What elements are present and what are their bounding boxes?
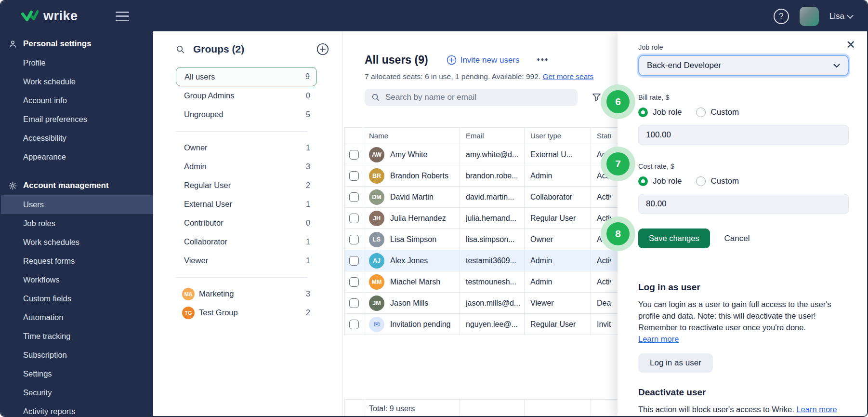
cost-rate-job-role-radio[interactable]: Job role <box>638 176 682 186</box>
group-item-viewer[interactable]: Viewer 1 <box>176 251 317 270</box>
group-item-admin[interactable]: Admin 3 <box>176 157 317 176</box>
bill-rate-label: Bill rate, $ <box>638 94 850 101</box>
radio-unselected <box>696 176 706 186</box>
topbar: wrike ? Lisa <box>1 1 867 31</box>
menu-icon[interactable] <box>116 12 129 21</box>
groups-title: Groups (2) <box>193 43 244 55</box>
group-item-external-user[interactable]: External User 1 <box>176 195 317 214</box>
job-role-select[interactable]: Back-end Developer <box>638 55 849 76</box>
column-header-email[interactable]: Email <box>460 128 525 144</box>
user-type: Collaborator <box>525 187 591 207</box>
sidebar-item-workflows[interactable]: Workflows <box>1 270 153 289</box>
group-item-collaborator[interactable]: Collaborator 1 <box>176 232 317 251</box>
search-input[interactable]: Search by name or email <box>365 89 578 106</box>
save-changes-button[interactable]: Save changes <box>638 229 710 248</box>
deactivate-user-title: Deactivate user <box>638 387 850 398</box>
row-checkbox[interactable] <box>349 171 359 181</box>
user-email: jason.mills@d... <box>460 293 525 313</box>
group-item-owner[interactable]: Owner 1 <box>176 138 317 157</box>
page-title: All users (9) <box>365 54 428 67</box>
bill-rate-job-role-radio[interactable]: Job role <box>638 108 682 117</box>
sidebar-item-activity-reports[interactable]: Activity reports <box>1 402 153 417</box>
row-checkbox[interactable] <box>349 235 359 244</box>
sidebar-item-work-schedules[interactable]: Work schedules <box>1 233 153 252</box>
row-checkbox[interactable] <box>349 150 359 160</box>
get-more-seats-link[interactable]: Get more seats <box>542 72 593 81</box>
sidebar: Personal settings Profile Work schedule … <box>1 31 153 417</box>
sidebar-item-subscription[interactable]: Subscription <box>1 346 153 364</box>
close-icon[interactable]: ✕ <box>846 39 855 51</box>
column-header-name[interactable]: Name <box>363 128 460 144</box>
user-avatar[interactable] <box>800 7 819 26</box>
avatar: LS <box>369 232 384 247</box>
add-group-icon[interactable] <box>316 43 329 55</box>
radio-selected <box>638 176 648 186</box>
user-type: External U... <box>525 144 591 165</box>
login-as-user-description: You can login as a user to gain full acc… <box>638 298 854 345</box>
group-item-test-group[interactable]: TG Test Group 2 <box>176 303 317 322</box>
sidebar-item-job-roles[interactable]: Job roles <box>1 214 153 233</box>
avatar: JM <box>369 296 384 311</box>
avatar: MM <box>369 274 384 290</box>
wrike-logo[interactable]: wrike <box>21 9 78 24</box>
row-checkbox[interactable] <box>349 214 359 223</box>
invite-new-users-button[interactable]: Invite new users <box>447 55 520 65</box>
bill-rate-custom-radio[interactable]: Custom <box>696 108 739 117</box>
sidebar-item-profile[interactable]: Profile <box>1 54 153 72</box>
search-icon[interactable] <box>176 45 185 54</box>
row-checkbox[interactable] <box>349 320 359 329</box>
group-item-marketing[interactable]: MA Marketing 3 <box>176 284 317 303</box>
row-checkbox[interactable] <box>349 256 359 266</box>
user-type: Regular User <box>525 208 591 229</box>
row-checkbox[interactable] <box>349 192 359 202</box>
group-item-regular-user[interactable]: Regular User 2 <box>176 176 317 195</box>
column-header-user-type[interactable]: User type <box>525 128 591 144</box>
sidebar-item-account-info[interactable]: Account info <box>1 91 153 110</box>
row-checkbox[interactable] <box>349 298 359 308</box>
sidebar-item-security[interactable]: Security <box>1 383 153 402</box>
login-as-user-button[interactable]: Log in as user <box>638 353 713 373</box>
divider <box>176 277 308 278</box>
user-email: julia.hernand... <box>460 208 525 229</box>
group-avatar: MA <box>182 288 195 300</box>
sidebar-item-request-forms[interactable]: Request forms <box>1 252 153 270</box>
filter-icon <box>592 93 601 102</box>
job-role-label: Job role <box>638 43 850 51</box>
avatar: DM <box>369 189 384 205</box>
user-email: amy.white@d... <box>460 144 525 165</box>
user-name: Invitation pending <box>390 320 450 329</box>
sidebar-item-automation[interactable]: Automation <box>1 308 153 327</box>
cancel-button[interactable]: Cancel <box>724 234 750 243</box>
learn-more-link[interactable]: Learn more <box>638 335 679 343</box>
help-icon[interactable]: ? <box>774 9 789 24</box>
user-name: Jason Mills <box>390 299 428 308</box>
sidebar-item-settings[interactable]: Settings <box>1 364 153 383</box>
group-item-ungrouped[interactable]: Ungrouped 5 <box>176 105 317 124</box>
bill-rate-input[interactable]: 100.00 <box>638 125 849 145</box>
sidebar-item-users[interactable]: Users <box>1 195 153 214</box>
sidebar-item-email-preferences[interactable]: Email preferences <box>1 110 153 129</box>
sidebar-item-custom-fields[interactable]: Custom fields <box>1 289 153 308</box>
learn-more-link[interactable]: Learn more <box>796 405 837 414</box>
wrike-logo-icon <box>21 10 39 23</box>
cost-rate-input[interactable]: 80.00 <box>638 194 849 214</box>
user-name: Alex Jones <box>390 256 428 265</box>
group-item-contributor[interactable]: Contributor 0 <box>176 214 317 232</box>
sidebar-item-time-tracking[interactable]: Time tracking <box>1 327 153 346</box>
sidebar-item-accessibility[interactable]: Accessibility <box>1 129 153 148</box>
user-menu[interactable]: Lisa <box>829 12 853 21</box>
group-item-group-admins[interactable]: Group Admins 0 <box>176 86 317 105</box>
group-item-all-users[interactable]: All users 9 <box>176 67 317 86</box>
search-placeholder: Search by name or email <box>385 93 476 102</box>
row-checkbox[interactable] <box>349 277 359 287</box>
cost-rate-label: Cost rate, $ <box>638 162 850 170</box>
sidebar-item-appearance[interactable]: Appearance <box>1 148 153 166</box>
user-email: brandon.robe... <box>460 165 525 186</box>
user-name: Julia Hernandez <box>390 214 446 223</box>
sidebar-item-work-schedule[interactable]: Work schedule <box>1 72 153 91</box>
person-icon <box>8 40 18 49</box>
user-name: Brandon Roberts <box>390 172 448 180</box>
more-menu-button[interactable]: ••• <box>537 55 549 65</box>
radio-selected <box>638 108 648 117</box>
cost-rate-custom-radio[interactable]: Custom <box>696 176 739 186</box>
